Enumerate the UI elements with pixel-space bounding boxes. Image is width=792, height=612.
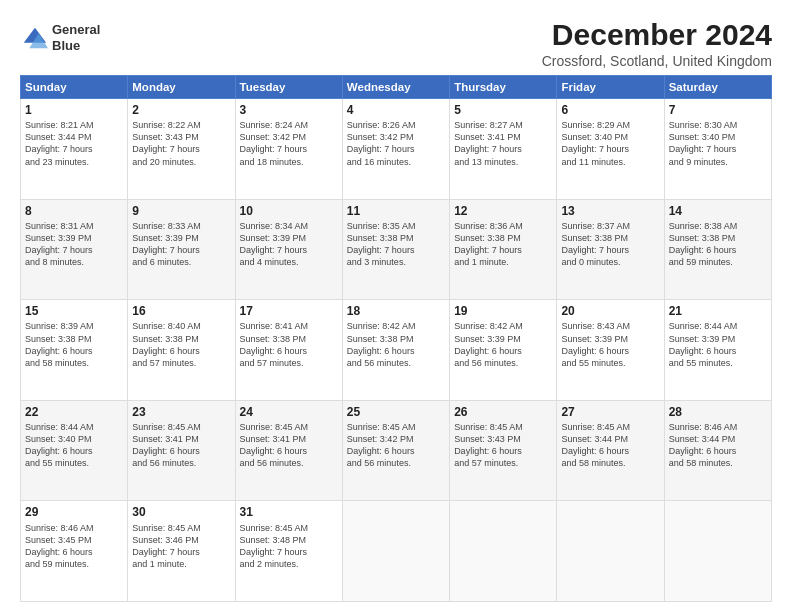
day-info: Sunrise: 8:34 AM Sunset: 3:39 PM Dayligh… xyxy=(240,221,309,267)
day-number: 27 xyxy=(561,404,659,420)
day-info: Sunrise: 8:38 AM Sunset: 3:38 PM Dayligh… xyxy=(669,221,738,267)
calendar-cell: 1Sunrise: 8:21 AM Sunset: 3:44 PM Daylig… xyxy=(21,99,128,200)
calendar-cell: 2Sunrise: 8:22 AM Sunset: 3:43 PM Daylig… xyxy=(128,99,235,200)
day-info: Sunrise: 8:46 AM Sunset: 3:45 PM Dayligh… xyxy=(25,523,94,569)
calendar-cell: 12Sunrise: 8:36 AM Sunset: 3:38 PM Dayli… xyxy=(450,199,557,300)
day-number: 8 xyxy=(25,203,123,219)
calendar-cell: 28Sunrise: 8:46 AM Sunset: 3:44 PM Dayli… xyxy=(664,400,771,501)
weekday-header: Friday xyxy=(557,76,664,99)
main-title: December 2024 xyxy=(542,18,772,51)
weekday-header: Wednesday xyxy=(342,76,449,99)
calendar-cell: 8Sunrise: 8:31 AM Sunset: 3:39 PM Daylig… xyxy=(21,199,128,300)
day-info: Sunrise: 8:21 AM Sunset: 3:44 PM Dayligh… xyxy=(25,120,94,166)
calendar-cell: 30Sunrise: 8:45 AM Sunset: 3:46 PM Dayli… xyxy=(128,501,235,602)
weekday-header: Monday xyxy=(128,76,235,99)
calendar-cell: 19Sunrise: 8:42 AM Sunset: 3:39 PM Dayli… xyxy=(450,300,557,401)
calendar-cell: 31Sunrise: 8:45 AM Sunset: 3:48 PM Dayli… xyxy=(235,501,342,602)
day-number: 18 xyxy=(347,303,445,319)
logo-icon xyxy=(20,24,48,52)
calendar-cell: 6Sunrise: 8:29 AM Sunset: 3:40 PM Daylig… xyxy=(557,99,664,200)
day-number: 12 xyxy=(454,203,552,219)
calendar-cell: 11Sunrise: 8:35 AM Sunset: 3:38 PM Dayli… xyxy=(342,199,449,300)
day-number: 2 xyxy=(132,102,230,118)
day-info: Sunrise: 8:31 AM Sunset: 3:39 PM Dayligh… xyxy=(25,221,94,267)
calendar-cell: 3Sunrise: 8:24 AM Sunset: 3:42 PM Daylig… xyxy=(235,99,342,200)
calendar-cell xyxy=(342,501,449,602)
title-block: December 2024 Crossford, Scotland, Unite… xyxy=(542,18,772,69)
calendar-week-row: 8Sunrise: 8:31 AM Sunset: 3:39 PM Daylig… xyxy=(21,199,772,300)
calendar-cell: 29Sunrise: 8:46 AM Sunset: 3:45 PM Dayli… xyxy=(21,501,128,602)
calendar-cell: 22Sunrise: 8:44 AM Sunset: 3:40 PM Dayli… xyxy=(21,400,128,501)
day-info: Sunrise: 8:37 AM Sunset: 3:38 PM Dayligh… xyxy=(561,221,630,267)
calendar-table: SundayMondayTuesdayWednesdayThursdayFrid… xyxy=(20,75,772,602)
day-number: 15 xyxy=(25,303,123,319)
day-number: 31 xyxy=(240,504,338,520)
weekday-header: Saturday xyxy=(664,76,771,99)
day-info: Sunrise: 8:44 AM Sunset: 3:39 PM Dayligh… xyxy=(669,321,738,367)
day-info: Sunrise: 8:45 AM Sunset: 3:46 PM Dayligh… xyxy=(132,523,201,569)
calendar-cell: 24Sunrise: 8:45 AM Sunset: 3:41 PM Dayli… xyxy=(235,400,342,501)
day-number: 14 xyxy=(669,203,767,219)
weekday-header: Sunday xyxy=(21,76,128,99)
day-info: Sunrise: 8:45 AM Sunset: 3:44 PM Dayligh… xyxy=(561,422,630,468)
day-number: 13 xyxy=(561,203,659,219)
logo: General Blue xyxy=(20,22,100,53)
calendar-cell: 4Sunrise: 8:26 AM Sunset: 3:42 PM Daylig… xyxy=(342,99,449,200)
day-number: 5 xyxy=(454,102,552,118)
calendar-cell: 5Sunrise: 8:27 AM Sunset: 3:41 PM Daylig… xyxy=(450,99,557,200)
day-number: 16 xyxy=(132,303,230,319)
day-info: Sunrise: 8:26 AM Sunset: 3:42 PM Dayligh… xyxy=(347,120,416,166)
day-number: 17 xyxy=(240,303,338,319)
day-info: Sunrise: 8:46 AM Sunset: 3:44 PM Dayligh… xyxy=(669,422,738,468)
day-number: 11 xyxy=(347,203,445,219)
day-number: 21 xyxy=(669,303,767,319)
day-number: 23 xyxy=(132,404,230,420)
page: General Blue December 2024 Crossford, Sc… xyxy=(0,0,792,612)
day-info: Sunrise: 8:35 AM Sunset: 3:38 PM Dayligh… xyxy=(347,221,416,267)
calendar-cell: 18Sunrise: 8:42 AM Sunset: 3:38 PM Dayli… xyxy=(342,300,449,401)
weekday-header: Tuesday xyxy=(235,76,342,99)
subtitle: Crossford, Scotland, United Kingdom xyxy=(542,53,772,69)
calendar-cell: 9Sunrise: 8:33 AM Sunset: 3:39 PM Daylig… xyxy=(128,199,235,300)
day-number: 29 xyxy=(25,504,123,520)
day-info: Sunrise: 8:36 AM Sunset: 3:38 PM Dayligh… xyxy=(454,221,523,267)
day-info: Sunrise: 8:45 AM Sunset: 3:48 PM Dayligh… xyxy=(240,523,309,569)
day-info: Sunrise: 8:45 AM Sunset: 3:41 PM Dayligh… xyxy=(132,422,201,468)
calendar-cell: 26Sunrise: 8:45 AM Sunset: 3:43 PM Dayli… xyxy=(450,400,557,501)
day-number: 25 xyxy=(347,404,445,420)
calendar-cell: 7Sunrise: 8:30 AM Sunset: 3:40 PM Daylig… xyxy=(664,99,771,200)
day-info: Sunrise: 8:22 AM Sunset: 3:43 PM Dayligh… xyxy=(132,120,201,166)
day-info: Sunrise: 8:42 AM Sunset: 3:39 PM Dayligh… xyxy=(454,321,523,367)
day-info: Sunrise: 8:43 AM Sunset: 3:39 PM Dayligh… xyxy=(561,321,630,367)
calendar-cell: 15Sunrise: 8:39 AM Sunset: 3:38 PM Dayli… xyxy=(21,300,128,401)
header: General Blue December 2024 Crossford, Sc… xyxy=(20,18,772,69)
day-number: 7 xyxy=(669,102,767,118)
day-info: Sunrise: 8:30 AM Sunset: 3:40 PM Dayligh… xyxy=(669,120,738,166)
day-number: 20 xyxy=(561,303,659,319)
calendar-week-row: 22Sunrise: 8:44 AM Sunset: 3:40 PM Dayli… xyxy=(21,400,772,501)
calendar-cell: 13Sunrise: 8:37 AM Sunset: 3:38 PM Dayli… xyxy=(557,199,664,300)
weekday-header: Thursday xyxy=(450,76,557,99)
day-info: Sunrise: 8:40 AM Sunset: 3:38 PM Dayligh… xyxy=(132,321,201,367)
day-info: Sunrise: 8:45 AM Sunset: 3:42 PM Dayligh… xyxy=(347,422,416,468)
day-number: 24 xyxy=(240,404,338,420)
day-number: 22 xyxy=(25,404,123,420)
day-info: Sunrise: 8:33 AM Sunset: 3:39 PM Dayligh… xyxy=(132,221,201,267)
day-number: 9 xyxy=(132,203,230,219)
day-info: Sunrise: 8:24 AM Sunset: 3:42 PM Dayligh… xyxy=(240,120,309,166)
calendar-cell: 27Sunrise: 8:45 AM Sunset: 3:44 PM Dayli… xyxy=(557,400,664,501)
calendar-cell: 17Sunrise: 8:41 AM Sunset: 3:38 PM Dayli… xyxy=(235,300,342,401)
day-number: 3 xyxy=(240,102,338,118)
day-info: Sunrise: 8:27 AM Sunset: 3:41 PM Dayligh… xyxy=(454,120,523,166)
header-row: SundayMondayTuesdayWednesdayThursdayFrid… xyxy=(21,76,772,99)
calendar-week-row: 1Sunrise: 8:21 AM Sunset: 3:44 PM Daylig… xyxy=(21,99,772,200)
calendar-cell: 21Sunrise: 8:44 AM Sunset: 3:39 PM Dayli… xyxy=(664,300,771,401)
day-info: Sunrise: 8:42 AM Sunset: 3:38 PM Dayligh… xyxy=(347,321,416,367)
day-number: 1 xyxy=(25,102,123,118)
calendar-cell xyxy=(664,501,771,602)
day-number: 26 xyxy=(454,404,552,420)
calendar-cell: 25Sunrise: 8:45 AM Sunset: 3:42 PM Dayli… xyxy=(342,400,449,501)
calendar-cell: 23Sunrise: 8:45 AM Sunset: 3:41 PM Dayli… xyxy=(128,400,235,501)
day-number: 4 xyxy=(347,102,445,118)
day-info: Sunrise: 8:44 AM Sunset: 3:40 PM Dayligh… xyxy=(25,422,94,468)
